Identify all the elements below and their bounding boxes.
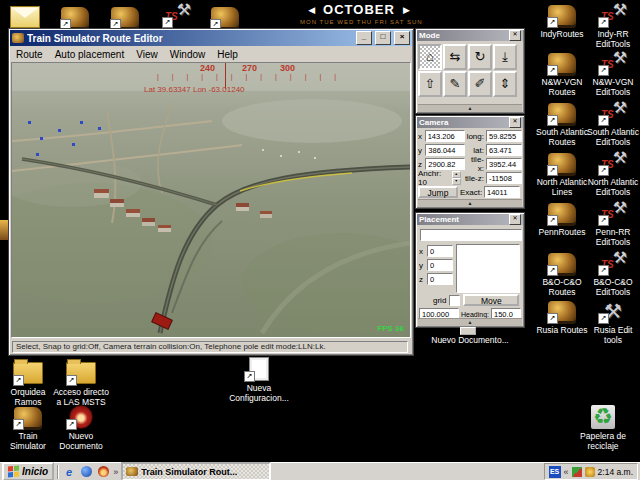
desktop-icon-label: IndyRoutes <box>541 30 584 40</box>
placement-y-field[interactable] <box>427 259 453 271</box>
camera-tilex-field[interactable] <box>486 158 522 170</box>
desktop-icon-train-1[interactable]: ↗ <box>60 4 90 30</box>
wrench-icon: ⚒ <box>613 148 627 167</box>
menu-route[interactable]: Route <box>16 49 43 60</box>
menu-view[interactable]: View <box>136 49 158 60</box>
desktop-icon-nwvgn-edittools[interactable]: TS⚒↗ N&W-VGN EditTools <box>584 50 640 98</box>
placement-close-icon[interactable]: ✕ <box>509 214 521 225</box>
start-button[interactable]: Inicio <box>2 462 54 480</box>
placement-scroll-strip[interactable]: ▲ <box>418 318 522 326</box>
placement-object-list[interactable] <box>456 244 520 293</box>
desktop-icon-penn-routes[interactable]: ↗ PennRoutes <box>533 200 591 238</box>
desktop-icon-folder-1[interactable]: ↗ Orquidea Ramos <box>0 360 56 408</box>
desktop-icon-floating-doc[interactable]: Nuevo Documento... <box>428 334 512 346</box>
desktop-icon-northatlantic-edittools[interactable]: TS⚒↗ North Atlantic EditTools <box>584 150 640 198</box>
title-bar[interactable]: Train Simulator Route Editor _ □ × <box>10 30 412 46</box>
menu-window[interactable]: Window <box>170 49 206 60</box>
desktop-icon-southatlantic-routes[interactable]: ↗ South Atlantic Routes <box>533 100 591 148</box>
lower-object-icon: ⤓ <box>502 49 508 64</box>
shortcut-arrow-icon: ↗ <box>547 17 558 28</box>
desktop-icon-mail[interactable] <box>10 4 40 30</box>
mode-rotate-object-button[interactable]: ↻ <box>468 44 492 70</box>
desktop-icon-train-3[interactable]: ↗ <box>210 4 240 30</box>
placement-palette-titlebar[interactable]: Placement ✕ <box>417 214 523 225</box>
camera-exact-field[interactable] <box>484 186 520 198</box>
camera-long-field[interactable] <box>486 130 522 142</box>
terrain-viewport[interactable]: 240 270 300 | | | | | | | | | | | | | La… <box>11 62 411 338</box>
camera-y-label: y <box>418 146 423 155</box>
mode-place-object-button[interactable]: ⌂ <box>418 44 442 70</box>
language-indicator[interactable]: ES <box>549 466 561 478</box>
mode-close-icon[interactable]: ✕ <box>509 30 521 41</box>
desktop-icon-recycle-bin[interactable]: ♻ Papelera de reciclaje <box>572 404 634 452</box>
move-button[interactable]: Move <box>463 294 519 306</box>
calendar-day-headers: MON TUE WED THU FRI SAT SUN <box>300 19 418 25</box>
placement-z-field[interactable] <box>427 273 453 285</box>
calendar-next-icon[interactable]: ▶ <box>403 5 410 15</box>
desktop-icon-train-simulator[interactable]: ↗ Train Simulator <box>0 404 56 452</box>
desktop-icon-indy-routes[interactable]: ↗ IndyRoutes <box>533 2 591 40</box>
mode-move-object-button[interactable]: ⇆ <box>443 44 467 70</box>
desktop-icon-label: PennRoutes <box>539 228 586 238</box>
camera-x-field[interactable] <box>425 130 465 142</box>
menu-help[interactable]: Help <box>217 49 238 60</box>
camera-z-label: z <box>418 160 423 169</box>
maximize-button[interactable]: □ <box>375 31 391 45</box>
task-label: Train Simulator Rout... <box>141 467 237 477</box>
camera-y-field[interactable] <box>425 144 465 156</box>
mode-adjust-height-button[interactable]: ⇕ <box>493 71 517 97</box>
camera-close-icon[interactable]: ✕ <box>509 117 521 128</box>
placement-y-label: y <box>419 261 425 270</box>
menu-auto-placement[interactable]: Auto placement <box>55 49 125 60</box>
desktop-icon-tstool-top[interactable]: TS ⚒ ↗ <box>162 2 192 28</box>
placement-x-field[interactable] <box>427 245 453 257</box>
calendar-prev-icon[interactable]: ◀ <box>308 5 315 15</box>
shortcut-arrow-icon: ↗ <box>547 265 558 276</box>
desktop-icon-boco-edittools[interactable]: TS⚒↗ B&O-C&O EditTools <box>584 250 640 298</box>
taskbar-task-train-simulator[interactable]: Train Simulator Rout... <box>121 462 271 480</box>
desktop-icon-rusia-edittools[interactable]: ⚒↗ Rusia Edit tools <box>584 298 640 346</box>
camera-palette-titlebar[interactable]: Camera ✕ <box>417 117 523 128</box>
desktop-icon-train-2[interactable]: ↗ <box>110 4 140 30</box>
mode-palette-titlebar[interactable]: Mode ✕ <box>417 30 523 41</box>
spin-down-icon[interactable]: ▾ <box>452 178 461 185</box>
mode-lower-object-button[interactable]: ⤓ <box>493 44 517 70</box>
desktop-icon-southatlantic-edittools[interactable]: TS⚒↗ South Atlantic EditTools <box>584 100 640 148</box>
camera-x-label: x <box>418 132 423 141</box>
quicklaunch-nero-icon[interactable] <box>96 465 110 479</box>
mode-terrain-pick-button[interactable]: ✐ <box>468 71 492 97</box>
mode-terrain-pencil-button[interactable]: ✎ <box>443 71 467 97</box>
anchr-spinner[interactable]: ▴ ▾ <box>452 171 461 185</box>
tray-collapse-icon[interactable]: « <box>564 467 569 477</box>
quicklaunch-msn-icon[interactable] <box>79 465 93 479</box>
close-button[interactable]: × <box>394 31 410 45</box>
desktop-icon-config-doc[interactable]: ↗ Nueva Configuracion... <box>228 356 290 404</box>
tray-icon-1[interactable] <box>572 467 582 477</box>
quicklaunch-overflow-icon[interactable]: » <box>113 467 118 477</box>
shortcut-arrow-icon: ↗ <box>598 115 609 126</box>
desktop-icon-boco-routes[interactable]: ↗ B&O-C&O Routes <box>533 250 591 298</box>
camera-scroll-strip[interactable]: ▲ <box>418 199 522 207</box>
desktop-icon-rusia-routes[interactable]: ↗ Rusia Routes <box>533 298 591 336</box>
desktop-icon-label: Train Simulator <box>0 432 56 452</box>
placement-name-field[interactable] <box>420 229 522 241</box>
desktop-icon-penn-edittools[interactable]: TS⚒↗ Penn-RR EditTools <box>584 200 640 248</box>
desktop-icon-nwvgn-routes[interactable]: ↗ N&W-VGN Routes <box>533 50 591 98</box>
desktop-icon-northatlantic-lines[interactable]: ↗ North Atlantic Lines <box>533 150 591 198</box>
camera-lat-field[interactable] <box>486 144 522 156</box>
status-bar: Select, Snap to grid:Off, Camera terrain… <box>11 340 409 353</box>
desktop-icon-indy-edittools[interactable]: TS⚒↗ Indy-RR EditTools <box>584 2 640 50</box>
mode-palette: Mode ✕ ⌂ ⇆ ↻ ⤓ ⇧ ✎ ✐ ⇕ ▲ <box>415 28 525 114</box>
mode-raise-object-button[interactable]: ⇧ <box>418 71 442 97</box>
camera-jump-button[interactable]: Jump <box>418 186 458 198</box>
tray-icon-2[interactable] <box>585 467 595 477</box>
desktop-icon-folder-2[interactable]: ↗ Acceso directo a LAS MSTS <box>50 360 112 408</box>
taskbar: Inicio e » Train Simulator Rout... ES « … <box>0 462 640 480</box>
grid-checkbox[interactable] <box>449 295 460 306</box>
mode-scroll-strip[interactable]: ▲ <box>418 104 522 112</box>
minimize-button[interactable]: _ <box>356 31 372 45</box>
spin-up-icon[interactable]: ▴ <box>452 171 461 178</box>
camera-tilez-field[interactable] <box>486 172 522 184</box>
desktop-icon-nero-doc[interactable]: ↗ Nuevo Documento <box>50 404 112 452</box>
quicklaunch-ie-icon[interactable]: e <box>62 465 76 479</box>
